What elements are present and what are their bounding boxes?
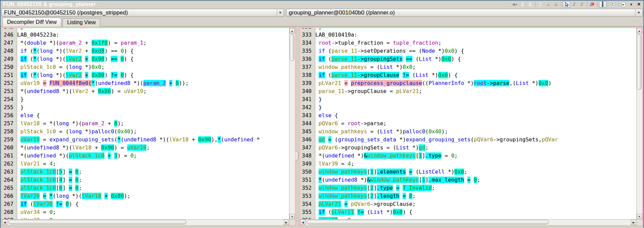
- code-text[interactable]: parse_11->groupClause = pLVar21;: [314, 88, 422, 94]
- code-text[interactable]: if (parse_11->groupClause != (List *)0x0…: [314, 72, 458, 78]
- title-bar[interactable]: FUN_00452150 & grouping_planner ≡▾ ↓ ↑ 1…: [1, 1, 643, 8]
- binary-view-icon[interactable]: 10: [537, 1, 544, 8]
- code-text[interactable]: if (pLVar21 != (List *)0x0) {: [314, 209, 412, 215]
- code-text[interactable]: window_pathkeys[2].length = 0;: [314, 193, 416, 199]
- code-text[interactable]: pQVar6->groupingSets = (List *)gd;: [314, 144, 428, 151]
- code-text[interactable]: plStack_1c0[5] = 0;: [15, 169, 82, 175]
- code-text[interactable]: else {: [15, 112, 40, 119]
- apply-markup-down-icon[interactable]: ↓: [519, 1, 526, 8]
- code-text[interactable]: }: [314, 104, 322, 110]
- line-number: 339: [300, 79, 314, 87]
- scrollbar-thumb[interactable]: [290, 34, 294, 61]
- code-text[interactable]: }: [15, 28, 24, 30]
- code-text[interactable]: LAB_0045223a:: [15, 32, 59, 38]
- code-text[interactable]: *(undefined8 *)(lVar2 + 0x80) = uVar19;: [15, 88, 146, 94]
- cursor-tool-icon[interactable]: [563, 1, 570, 8]
- code-text[interactable]: LAB_0010419a:: [314, 32, 357, 38]
- divider-handle[interactable]: [295, 151, 298, 161]
- scrollbar-thumb[interactable]: [637, 34, 641, 90]
- code-text[interactable]: window_pathkeys[2].type = T_Invalid;: [314, 185, 435, 191]
- apply-markup-up-icon[interactable]: ↑: [526, 1, 534, 8]
- right-code-view[interactable]: 332 }333LAB_0010419a:334 root->tuple_fra…: [300, 28, 636, 219]
- line-number: 252: [2, 79, 15, 87]
- scroll-right-icon[interactable]: ▶: [631, 220, 636, 225]
- panel-divider[interactable]: [296, 27, 299, 226]
- code-text[interactable]: }: [314, 96, 322, 102]
- code-text[interactable]: }: [314, 28, 322, 30]
- scroll-down-icon[interactable]: ▼: [637, 214, 642, 219]
- chevron-down-icon[interactable]: ▼: [277, 9, 283, 16]
- code-text[interactable]: *(undefined *)&window_pathkeys[1].type =…: [314, 152, 458, 159]
- code-text[interactable]: pLVar21 = preprocess_groupclause((Planne…: [314, 80, 551, 86]
- right-function-selector[interactable]: grouping_planner@001040b0 (/planner.o) ▼: [286, 9, 643, 17]
- code-text[interactable]: lVar18 = *(long *)(param_2 + 8);: [15, 120, 124, 127]
- scroll-left-icon[interactable]: ◀: [300, 220, 306, 225]
- code-text[interactable]: lVar20 = *(long *)(lVar18 + 0x80);: [15, 193, 130, 199]
- view-options-icon[interactable]: ≡▾: [511, 1, 518, 8]
- scrollbar-thumb[interactable]: [307, 220, 549, 224]
- code-text[interactable]: *(double *)(param_2 + 0x1f8) = param_1;: [15, 40, 146, 46]
- left-vertical-scrollbar[interactable]: ▲ ▼: [289, 28, 295, 219]
- code-text[interactable]: *(undefined *)(plStack_1c0 + 3) = 0;: [15, 152, 137, 159]
- code-text[interactable]: *(undefined8 *)&window_pathkeys[1].max_l…: [314, 177, 480, 183]
- toolbar-menu-icon[interactable]: ▼: [628, 1, 635, 8]
- function-down-icon[interactable]: f↓: [570, 1, 578, 8]
- code-text[interactable]: *(undefined8 *)(lVar18 + 0x90) = uVar19;: [15, 144, 150, 151]
- code-text[interactable]: pQVar6 = root->parse;: [314, 120, 386, 127]
- code-text[interactable]: iVar30 = 0;: [15, 217, 56, 219]
- scroll-up-icon[interactable]: ▲: [637, 28, 642, 34]
- line-number: 347: [300, 144, 314, 152]
- code-text[interactable]: window_pathkeys[1].elements = (ListCell …: [314, 169, 467, 175]
- code-text[interactable]: uVar19 = FUN_0044f8e0(*(undefined8 *)(pa…: [15, 80, 189, 86]
- diamond-token-icon[interactable]: ◆: [552, 1, 560, 8]
- code-text[interactable]: window_pathkeys = (List *)palloc0(0x40);: [314, 128, 448, 135]
- code-text[interactable]: root->tuple_fraction = tuple_fraction;: [314, 40, 442, 46]
- export-icon[interactable]: ▶: [620, 1, 627, 8]
- left-horizontal-scrollbar[interactable]: ◀ ▶: [2, 219, 289, 225]
- scroll-down-icon[interactable]: ▼: [289, 214, 295, 219]
- tab-listing-view[interactable]: Listing View: [62, 18, 100, 27]
- code-line: 334 root->tuple_fraction = tuple_fractio…: [300, 39, 636, 47]
- right-horizontal-scrollbar[interactable]: ◀ ▶: [300, 219, 636, 225]
- scroll-left-icon[interactable]: ◀: [2, 220, 7, 225]
- line-number: 265: [2, 184, 15, 192]
- code-text[interactable]: lVar21 = 4;: [15, 161, 56, 167]
- scrollbar-corner: [636, 219, 642, 225]
- circle-token-icon[interactable]: ●: [545, 1, 552, 8]
- remove-function-icon[interactable]: f✗: [589, 1, 596, 8]
- code-text[interactable]: plStack_1c0 = (long *)0x0;: [15, 64, 104, 70]
- code-text[interactable]: uVar34 = 0;: [15, 209, 56, 215]
- code-text[interactable]: else {: [314, 112, 338, 119]
- code-text[interactable]: lVar39 = 4;: [314, 161, 354, 167]
- code-text[interactable]: gd = (grouping_sets_data *)expand_groupi…: [314, 136, 558, 143]
- c-source-icon[interactable]: C: [609, 1, 617, 8]
- code-text[interactable]: }: [15, 96, 24, 102]
- chevron-down-icon[interactable]: ▼: [635, 9, 642, 16]
- code-text[interactable]: pLVar21 = pQVar6->groupClause;: [314, 201, 416, 207]
- code-text[interactable]: plStack_1c0[6] = 0;: [15, 185, 82, 191]
- code-line: 333LAB_0010419a:: [300, 31, 636, 39]
- scroll-up-icon[interactable]: ▲: [289, 28, 295, 34]
- code-text[interactable]: if (lVar20 != 0) {: [15, 201, 79, 207]
- code-text[interactable]: if (*(long *)(lVar2 + 0x80) != 0) {: [15, 72, 134, 78]
- code-text[interactable]: uVar18 = 0;: [314, 217, 354, 219]
- code-text[interactable]: if (parse_11->groupingSets == (List *)0x…: [314, 56, 461, 62]
- code-text[interactable]: plStack_1c0 = (long *)palloc0(0x40);: [15, 128, 137, 135]
- code-text[interactable]: window_pathkeys = (List *)0x0;: [314, 64, 416, 70]
- code-text[interactable]: if (parse_11->setOperations == (Node *)0…: [314, 48, 464, 54]
- left-function-selector[interactable]: FUN_00452150@00452150 (/postgres_strippe…: [1, 9, 284, 17]
- tab-decompiler-diff-view[interactable]: Decompiler Diff View: [2, 17, 61, 27]
- lock-scroll-icon[interactable]: [599, 1, 606, 8]
- function-up-icon[interactable]: f↑: [578, 1, 586, 8]
- code-text[interactable]: if (*(long *)(lVar2 + 0x90) == 0) {: [15, 56, 134, 62]
- left-code-view[interactable]: 245 }246LAB_0045223a:247 *(double *)(par…: [2, 28, 289, 219]
- code-text[interactable]: }: [15, 104, 24, 110]
- scroll-right-icon[interactable]: ▶: [284, 220, 289, 225]
- code-text[interactable]: uVar19 = expand_grouping_sets(*(undefine…: [15, 136, 260, 143]
- code-text[interactable]: plStack_1c0[4] = 0;: [15, 177, 82, 183]
- scrollbar-thumb[interactable]: [8, 220, 186, 224]
- code-text[interactable]: if (*(long *)(lVar2 + 0xd8) == 0) {: [15, 48, 134, 54]
- right-vertical-scrollbar[interactable]: ▲ ▼: [636, 28, 642, 219]
- close-icon[interactable]: ×: [635, 1, 643, 8]
- line-number: 355: [300, 208, 314, 216]
